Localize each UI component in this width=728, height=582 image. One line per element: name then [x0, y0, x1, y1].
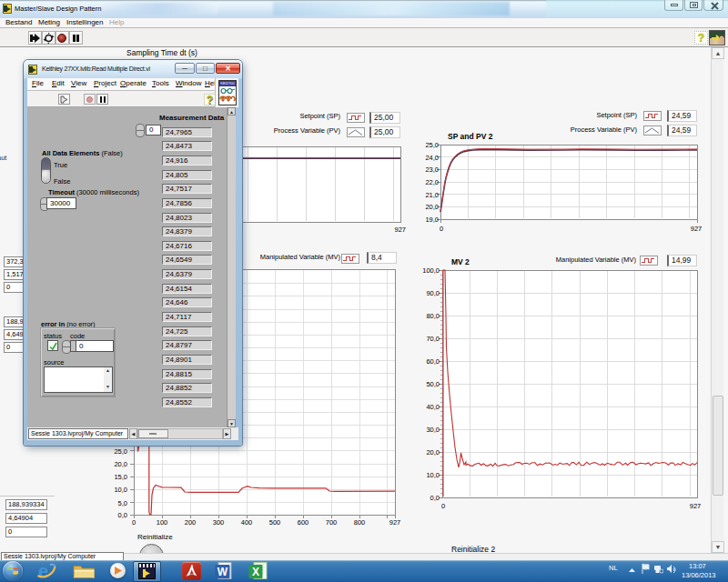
svg-text:X: X — [252, 566, 259, 578]
svg-text:W: W — [217, 566, 228, 578]
